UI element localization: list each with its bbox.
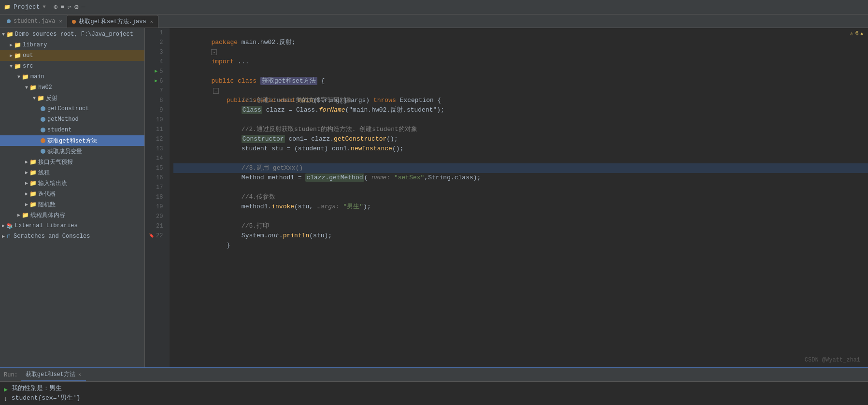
run-tab-getset[interactable]: 获取get和set方法 ✕ bbox=[21, 369, 86, 381]
line-num-7: 7 bbox=[149, 86, 166, 96]
run-tabs: Run: 获取get和set方法 ✕ bbox=[0, 368, 868, 382]
folder-icon-out: 📁 bbox=[14, 52, 21, 59]
run-down-icon[interactable]: ↓ bbox=[4, 395, 8, 403]
arrow-weather: ▶ bbox=[25, 159, 28, 165]
sidebar-item-weather[interactable]: ▶ 📁 接口天气预报 bbox=[0, 157, 144, 167]
run-play-icon[interactable]: ▶ bbox=[4, 386, 8, 393]
run-tab-label: 获取get和set方法 bbox=[26, 370, 75, 378]
arrow-out: ▶ bbox=[10, 53, 13, 58]
sidebar-item-random[interactable]: ▶ 📁 随机数 bbox=[0, 199, 144, 210]
sidebar-item-out[interactable]: ▶ 📁 out bbox=[0, 50, 144, 61]
csdn-watermark: CSDN @Wyatt_zhai bbox=[805, 357, 860, 363]
sidebar-item-demo[interactable]: ▼ 📁 Demo sources root, F:\Java_project bbox=[0, 29, 144, 40]
code-line-21: System.out.println(stu); bbox=[173, 221, 868, 231]
toolbar-icon-2[interactable]: ≡ bbox=[60, 3, 64, 11]
folder-icon-main: 📁 bbox=[22, 73, 29, 81]
sidebar-label-scratches: Scratches and Consoles bbox=[14, 233, 90, 240]
code-line-14: //3.调用 getXxx() bbox=[173, 154, 868, 163]
folder-icon-iterator: 📁 bbox=[29, 190, 37, 198]
folder-icon-src: 📁 bbox=[14, 63, 21, 70]
toolbar-icon-3[interactable]: ⇌ bbox=[67, 3, 71, 11]
sidebar-item-student[interactable]: student bbox=[0, 125, 144, 135]
file-icon-getmember bbox=[41, 149, 45, 154]
tab-close-student[interactable]: ✕ bbox=[59, 18, 62, 24]
arrow-reflect: ▼ bbox=[33, 96, 36, 101]
line-num-1: 1 bbox=[149, 28, 166, 38]
tab-close-getset[interactable]: ✕ bbox=[150, 19, 153, 25]
sidebar-item-library[interactable]: ▶ 📁 library bbox=[0, 40, 144, 50]
line-num-19: 19 bbox=[149, 202, 166, 212]
sidebar-item-getset[interactable]: 获取get和set方法 bbox=[0, 135, 144, 146]
editor-area[interactable]: ⚠ 6 ▲ 1 2 3 4 ▶5 ▶6 7 8 9 10 11 12 13 14… bbox=[145, 28, 868, 367]
line-num-9: 9 bbox=[149, 105, 166, 115]
arrow-random: ▶ bbox=[25, 202, 28, 207]
run-output-line-1: 我的性别是：男生 bbox=[12, 384, 864, 393]
sidebar-item-getmethod[interactable]: getMethod bbox=[0, 114, 144, 125]
toolbar-icon-5[interactable]: — bbox=[81, 3, 85, 11]
code-line-1: package main.hw02.反射; bbox=[173, 28, 868, 38]
line-numbers: 1 2 3 4 ▶5 ▶6 7 8 9 10 11 12 13 14 15 16… bbox=[145, 28, 170, 367]
sidebar-item-thread-detail[interactable]: ▶ 📁 线程具体内容 bbox=[0, 210, 144, 220]
code-line-3 bbox=[173, 47, 868, 57]
arrow-scratches: ▶ bbox=[2, 233, 5, 239]
main-area: ▼ 📁 Demo sources root, F:\Java_project ▶… bbox=[0, 28, 868, 367]
extlib-icon: 📚 bbox=[6, 223, 13, 229]
sidebar-item-iterator[interactable]: ▶ 📁 迭代器 bbox=[0, 188, 144, 199]
arrow-io: ▶ bbox=[25, 180, 28, 186]
sidebar-label-hw02: hw02 bbox=[38, 84, 52, 91]
sidebar-item-getconstruct[interactable]: getConstruct bbox=[0, 103, 144, 114]
line-num-16: 16 bbox=[149, 173, 166, 183]
sidebar-item-io[interactable]: ▶ 📁 输入输出流 bbox=[0, 178, 144, 188]
run-label: Run: bbox=[4, 372, 18, 378]
tab-student[interactable]: student.java ✕ bbox=[2, 15, 67, 28]
sidebar-item-scratches[interactable]: ▶ 🗒 Scratches and Consoles bbox=[0, 231, 144, 242]
sidebar-item-extlib[interactable]: ▶ 📚 External Libraries bbox=[0, 220, 144, 231]
code-lines[interactable]: package main.hw02.反射; - import ... publi… bbox=[170, 28, 868, 367]
sidebar-item-hw02[interactable]: ▼ 📁 hw02 bbox=[0, 82, 144, 93]
warning-arrow: ▲ bbox=[861, 31, 863, 36]
sidebar-label-io: 输入输出流 bbox=[38, 179, 67, 188]
line-num-18: 18 bbox=[149, 192, 166, 202]
tabs-bar: student.java ✕ 获取get和set方法.java ✕ bbox=[0, 14, 868, 28]
warning-badge: ⚠ 6 ▲ bbox=[850, 30, 863, 37]
sidebar-label-getmethod: getMethod bbox=[47, 116, 79, 123]
line-num-14: 14 bbox=[149, 154, 166, 163]
code-line-5: public class 获取get和set方法 { bbox=[173, 67, 868, 76]
line-num-17: 17 bbox=[149, 183, 166, 192]
line-num-12: 12 bbox=[149, 134, 166, 144]
line-num-6: ▶6 bbox=[149, 76, 166, 86]
line-num-13: 13 bbox=[149, 144, 166, 154]
sidebar-label-getset: 获取get和set方法 bbox=[47, 137, 97, 145]
tab-icon-getset bbox=[72, 20, 76, 24]
line-num-8: 8 bbox=[149, 96, 166, 105]
arrow-library: ▶ bbox=[10, 42, 13, 48]
code-line-17: //4.传参数 bbox=[173, 183, 868, 192]
folder-icon-thread-detail: 📁 bbox=[22, 212, 29, 219]
sidebar-item-main[interactable]: ▼ 📁 main bbox=[0, 72, 144, 82]
folder-icon-library: 📁 bbox=[14, 42, 21, 49]
tab-getset[interactable]: 获取get和set方法.java ✕ bbox=[67, 15, 158, 28]
sidebar: ▼ 📁 Demo sources root, F:\Java_project ▶… bbox=[0, 28, 145, 367]
file-icon-getset bbox=[41, 138, 45, 143]
code-line-20: //5.打印 bbox=[173, 212, 868, 221]
sidebar-label-out: out bbox=[23, 52, 33, 59]
run-output-line-2: student{sex='男生'} bbox=[12, 393, 864, 403]
toolbar-icon-1[interactable]: ⊕ bbox=[54, 3, 57, 11]
arrow-thread-detail: ▶ bbox=[17, 212, 20, 218]
line-num-11: 11 bbox=[149, 125, 166, 134]
toolbar-icon-4[interactable]: ⚙ bbox=[74, 3, 78, 11]
warning-icon: ⚠ bbox=[850, 30, 853, 37]
toolbar: 📁 Project ▼ ⊕ ≡ ⇌ ⚙ — bbox=[0, 0, 868, 14]
sidebar-item-src[interactable]: ▼ 📁 src bbox=[0, 61, 144, 72]
arrow-main: ▼ bbox=[17, 74, 20, 80]
tab-label-student: student.java bbox=[14, 18, 55, 25]
sidebar-item-getmember[interactable]: 获取成员变量 bbox=[0, 146, 144, 157]
sidebar-label-weather: 接口天气预报 bbox=[38, 158, 73, 166]
arrow-src: ▼ bbox=[10, 64, 13, 69]
sidebar-item-reflect[interactable]: ▼ 📁 反射 bbox=[0, 93, 144, 103]
line-num-21: 21 bbox=[149, 221, 166, 231]
arrow-iterator: ▶ bbox=[25, 191, 28, 197]
sidebar-label-thread-detail: 线程具体内容 bbox=[30, 211, 65, 219]
sidebar-item-thread[interactable]: ▶ 📁 线程 bbox=[0, 167, 144, 178]
run-tab-close[interactable]: ✕ bbox=[78, 372, 81, 377]
